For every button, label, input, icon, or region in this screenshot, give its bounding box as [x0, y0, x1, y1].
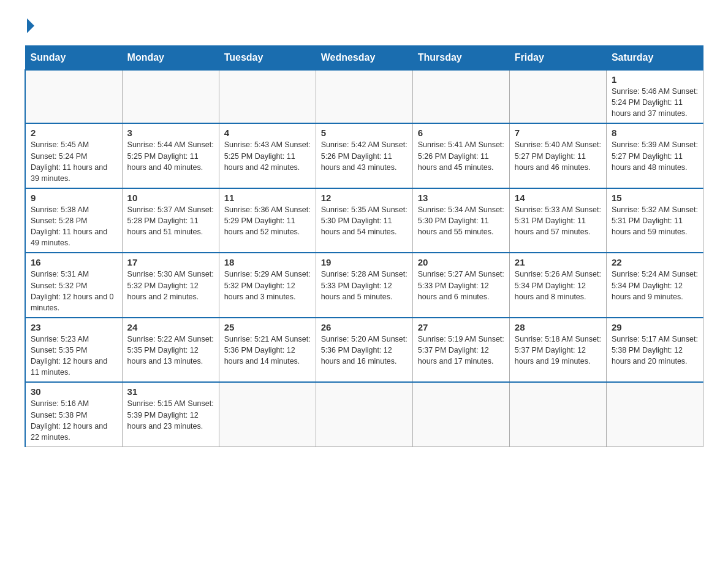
- day-info: Sunrise: 5:31 AM Sunset: 5:32 PM Dayligh…: [31, 269, 117, 313]
- day-info: Sunrise: 5:21 AM Sunset: 5:36 PM Dayligh…: [224, 334, 311, 367]
- day-info: Sunrise: 5:17 AM Sunset: 5:38 PM Dayligh…: [612, 334, 698, 367]
- day-info: Sunrise: 5:40 AM Sunset: 5:27 PM Dayligh…: [515, 139, 601, 172]
- calendar-cell: 24Sunrise: 5:22 AM Sunset: 5:35 PM Dayli…: [122, 318, 219, 383]
- calendar-cell: 16Sunrise: 5:31 AM Sunset: 5:32 PM Dayli…: [25, 253, 122, 318]
- day-info: Sunrise: 5:36 AM Sunset: 5:29 PM Dayligh…: [224, 204, 311, 237]
- day-info: Sunrise: 5:23 AM Sunset: 5:35 PM Dayligh…: [31, 334, 117, 378]
- day-info: Sunrise: 5:27 AM Sunset: 5:33 PM Dayligh…: [418, 269, 504, 302]
- calendar-cell: 5Sunrise: 5:42 AM Sunset: 5:26 PM Daylig…: [316, 123, 412, 188]
- calendar-cell: [509, 382, 606, 446]
- weekday-header-saturday: Saturday: [606, 46, 703, 71]
- calendar-cell: 20Sunrise: 5:27 AM Sunset: 5:33 PM Dayli…: [412, 253, 509, 318]
- calendar-cell: 29Sunrise: 5:17 AM Sunset: 5:38 PM Dayli…: [606, 318, 703, 383]
- weekday-header-tuesday: Tuesday: [219, 46, 316, 71]
- page-header: [25, 18, 703, 33]
- day-number: 17: [127, 257, 214, 267]
- day-number: 3: [127, 128, 214, 138]
- day-number: 18: [224, 257, 311, 267]
- day-number: 20: [418, 257, 504, 267]
- day-number: 22: [612, 257, 698, 267]
- calendar-cell: [219, 382, 316, 446]
- calendar-cell: 22Sunrise: 5:24 AM Sunset: 5:34 PM Dayli…: [606, 253, 703, 318]
- calendar-cell: 11Sunrise: 5:36 AM Sunset: 5:29 PM Dayli…: [219, 188, 316, 253]
- calendar-cell: 17Sunrise: 5:30 AM Sunset: 5:32 PM Dayli…: [122, 253, 219, 318]
- day-info: Sunrise: 5:24 AM Sunset: 5:34 PM Dayligh…: [612, 269, 698, 302]
- weekday-header-monday: Monday: [122, 46, 219, 71]
- day-info: Sunrise: 5:35 AM Sunset: 5:30 PM Dayligh…: [321, 204, 408, 237]
- calendar-week-row: 1Sunrise: 5:46 AM Sunset: 5:24 PM Daylig…: [25, 70, 703, 123]
- calendar-cell: [606, 382, 703, 446]
- calendar-week-row: 16Sunrise: 5:31 AM Sunset: 5:32 PM Dayli…: [25, 253, 703, 318]
- calendar-cell: 19Sunrise: 5:28 AM Sunset: 5:33 PM Dayli…: [316, 253, 412, 318]
- day-number: 7: [515, 128, 601, 138]
- weekday-header-wednesday: Wednesday: [316, 46, 412, 71]
- calendar-cell: 27Sunrise: 5:19 AM Sunset: 5:37 PM Dayli…: [412, 318, 509, 383]
- calendar-cell: 2Sunrise: 5:45 AM Sunset: 5:24 PM Daylig…: [25, 123, 122, 188]
- day-number: 31: [127, 386, 214, 397]
- day-number: 24: [127, 322, 214, 332]
- calendar-cell: 26Sunrise: 5:20 AM Sunset: 5:36 PM Dayli…: [316, 318, 412, 383]
- day-info: Sunrise: 5:28 AM Sunset: 5:33 PM Dayligh…: [321, 269, 408, 302]
- day-info: Sunrise: 5:15 AM Sunset: 5:39 PM Dayligh…: [127, 398, 214, 431]
- day-number: 29: [612, 322, 698, 332]
- day-info: Sunrise: 5:37 AM Sunset: 5:28 PM Dayligh…: [127, 204, 214, 237]
- calendar-cell: 8Sunrise: 5:39 AM Sunset: 5:27 PM Daylig…: [606, 123, 703, 188]
- day-number: 25: [224, 322, 311, 332]
- day-info: Sunrise: 5:44 AM Sunset: 5:25 PM Dayligh…: [127, 139, 214, 172]
- day-info: Sunrise: 5:16 AM Sunset: 5:38 PM Dayligh…: [31, 398, 117, 443]
- calendar-week-row: 23Sunrise: 5:23 AM Sunset: 5:35 PM Dayli…: [25, 318, 703, 383]
- calendar-cell: [316, 70, 412, 123]
- day-number: 23: [31, 322, 117, 332]
- day-number: 28: [515, 322, 601, 332]
- day-number: 4: [224, 128, 311, 138]
- day-number: 21: [515, 257, 601, 267]
- day-info: Sunrise: 5:45 AM Sunset: 5:24 PM Dayligh…: [31, 139, 117, 184]
- day-number: 13: [418, 193, 504, 203]
- calendar-cell: 30Sunrise: 5:16 AM Sunset: 5:38 PM Dayli…: [25, 382, 122, 446]
- day-number: 26: [321, 322, 408, 332]
- day-info: Sunrise: 5:33 AM Sunset: 5:31 PM Dayligh…: [515, 204, 601, 237]
- day-number: 2: [31, 128, 117, 138]
- day-info: Sunrise: 5:26 AM Sunset: 5:34 PM Dayligh…: [515, 269, 601, 302]
- calendar-cell: [509, 70, 606, 123]
- day-number: 14: [515, 193, 601, 203]
- calendar-cell: 14Sunrise: 5:33 AM Sunset: 5:31 PM Dayli…: [509, 188, 606, 253]
- day-number: 8: [612, 128, 698, 138]
- calendar-table: SundayMondayTuesdayWednesdayThursdayFrid…: [25, 45, 703, 447]
- calendar-cell: 23Sunrise: 5:23 AM Sunset: 5:35 PM Dayli…: [25, 318, 122, 383]
- calendar-cell: 1Sunrise: 5:46 AM Sunset: 5:24 PM Daylig…: [606, 70, 703, 123]
- day-info: Sunrise: 5:34 AM Sunset: 5:30 PM Dayligh…: [418, 204, 504, 237]
- calendar-cell: 3Sunrise: 5:44 AM Sunset: 5:25 PM Daylig…: [122, 123, 219, 188]
- day-number: 10: [127, 193, 214, 203]
- day-info: Sunrise: 5:20 AM Sunset: 5:36 PM Dayligh…: [321, 334, 408, 367]
- day-number: 9: [31, 193, 117, 203]
- calendar-cell: 28Sunrise: 5:18 AM Sunset: 5:37 PM Dayli…: [509, 318, 606, 383]
- calendar-week-row: 2Sunrise: 5:45 AM Sunset: 5:24 PM Daylig…: [25, 123, 703, 188]
- calendar-cell: [25, 70, 122, 123]
- weekday-header-sunday: Sunday: [25, 46, 122, 71]
- day-number: 1: [612, 74, 698, 85]
- day-info: Sunrise: 5:39 AM Sunset: 5:27 PM Dayligh…: [612, 139, 698, 172]
- day-info: Sunrise: 5:43 AM Sunset: 5:25 PM Dayligh…: [224, 139, 311, 172]
- day-info: Sunrise: 5:42 AM Sunset: 5:26 PM Dayligh…: [321, 139, 408, 172]
- weekday-header-thursday: Thursday: [412, 46, 509, 71]
- calendar-cell: 21Sunrise: 5:26 AM Sunset: 5:34 PM Dayli…: [509, 253, 606, 318]
- calendar-cell: 10Sunrise: 5:37 AM Sunset: 5:28 PM Dayli…: [122, 188, 219, 253]
- calendar-cell: 7Sunrise: 5:40 AM Sunset: 5:27 PM Daylig…: [509, 123, 606, 188]
- day-info: Sunrise: 5:22 AM Sunset: 5:35 PM Dayligh…: [127, 334, 214, 367]
- calendar-cell: 18Sunrise: 5:29 AM Sunset: 5:32 PM Dayli…: [219, 253, 316, 318]
- day-number: 16: [31, 257, 117, 267]
- calendar-cell: [316, 382, 412, 446]
- weekday-header-row: SundayMondayTuesdayWednesdayThursdayFrid…: [25, 46, 703, 71]
- day-info: Sunrise: 5:41 AM Sunset: 5:26 PM Dayligh…: [418, 139, 504, 172]
- day-number: 27: [418, 322, 504, 332]
- calendar-cell: [219, 70, 316, 123]
- logo: [25, 18, 34, 33]
- day-info: Sunrise: 5:32 AM Sunset: 5:31 PM Dayligh…: [612, 204, 698, 237]
- calendar-cell: 6Sunrise: 5:41 AM Sunset: 5:26 PM Daylig…: [412, 123, 509, 188]
- day-info: Sunrise: 5:30 AM Sunset: 5:32 PM Dayligh…: [127, 269, 214, 302]
- day-info: Sunrise: 5:38 AM Sunset: 5:28 PM Dayligh…: [31, 204, 117, 249]
- day-number: 6: [418, 128, 504, 138]
- day-number: 5: [321, 128, 408, 138]
- calendar-cell: [412, 382, 509, 446]
